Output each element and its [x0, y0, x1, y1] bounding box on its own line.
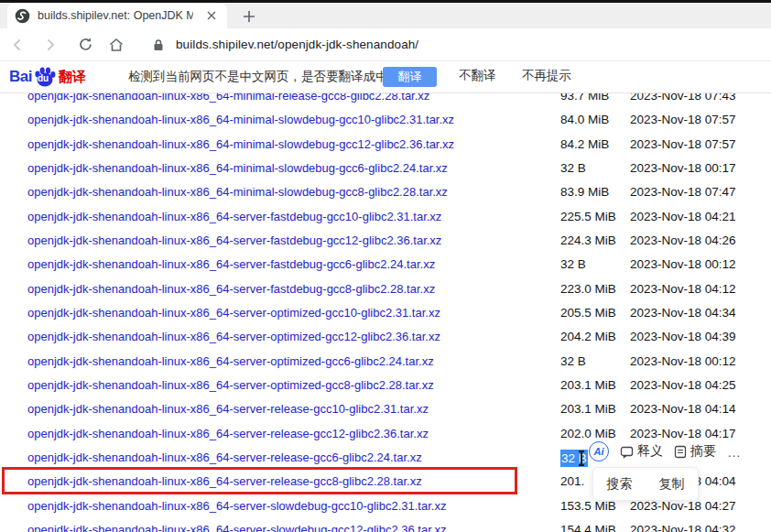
file-date: 2023-Nov-18 04:26	[630, 229, 736, 253]
file-link[interactable]: openjdk-jdk-shenandoah-linux-x86_64-mini…	[27, 133, 454, 157]
file-link[interactable]: openjdk-jdk-shenandoah-linux-x86_64-mini…	[27, 180, 448, 204]
tab-title: builds.shipilev.net: OpenJDK M	[38, 9, 193, 22]
file-size: 203.1 MiB	[560, 374, 616, 397]
define-menu-item[interactable]: 释义	[620, 443, 663, 460]
file-size: 32 B	[560, 253, 586, 277]
file-link[interactable]: openjdk-jdk-shenandoah-linux-x86_64-serv…	[27, 470, 422, 494]
file-link[interactable]: openjdk-jdk-shenandoah-linux-x86_64-serv…	[27, 229, 441, 253]
file-link[interactable]: openjdk-jdk-shenandoah-linux-x86_64-mini…	[27, 108, 454, 132]
listing-row: openjdk-jdk-shenandoah-linux-x86_64-serv…	[0, 374, 771, 397]
listing-row: openjdk-jdk-shenandoah-linux-x86_64-mini…	[0, 133, 771, 157]
file-date: 2023-Nov-18 00:17	[630, 157, 736, 180]
file-link[interactable]: openjdk-jdk-shenandoah-linux-x86_64-serv…	[27, 301, 440, 325]
summary-icon	[674, 445, 687, 459]
define-label: 释义	[637, 443, 663, 460]
selection-actions-popup: 搜索 复制	[592, 467, 699, 501]
file-size: 154.4 MiB	[560, 518, 616, 532]
file-link[interactable]: openjdk-jdk-shenandoah-linux-x86_64-mini…	[27, 157, 448, 180]
file-size: 204.2 MiB	[560, 325, 616, 349]
file-link[interactable]: openjdk-jdk-shenandoah-linux-x86_64-serv…	[27, 350, 434, 374]
file-size: 32 B	[560, 157, 586, 180]
file-date: 2023-Nov-18 04:32	[630, 518, 736, 532]
listing-row: openjdk-jdk-shenandoah-linux-x86_64-serv…	[0, 253, 771, 277]
file-date: 2023-Nov-18 00:12	[630, 350, 736, 374]
listing-row: openjdk-jdk-shenandoah-linux-x86_64-mini…	[0, 108, 771, 132]
site-favicon-icon	[15, 8, 30, 24]
search-button[interactable]: 搜索	[607, 476, 633, 493]
address-url[interactable]: builds.shipilev.net/openjdk-jdk-shenando…	[176, 38, 418, 51]
file-date: 2023-Nov-18 04:14	[630, 397, 736, 421]
summary-label: 摘要	[690, 443, 716, 460]
file-date: 2023-Nov-18 00:12	[630, 253, 736, 277]
baidu-translate-logo: Bai du 翻译	[9, 66, 86, 88]
file-date: 2023-Nov-18 04:34	[630, 301, 736, 325]
define-icon	[620, 445, 634, 459]
file-link[interactable]: openjdk-jdk-shenandoah-linux-x86_64-serv…	[27, 253, 435, 277]
translate-button[interactable]: 翻译	[383, 67, 437, 87]
file-link[interactable]: openjdk-jdk-shenandoah-linux-x86_64-serv…	[27, 422, 429, 446]
home-icon[interactable]	[106, 35, 126, 55]
file-size: 32 B	[560, 350, 586, 374]
dont-remind-button[interactable]: 不再提示	[522, 68, 571, 84]
text-cursor-icon	[578, 451, 585, 466]
file-size: 225.5 MiB	[560, 205, 616, 229]
file-date: 2023-Nov-18 07:57	[630, 108, 736, 132]
translate-prompt-message: 检测到当前网页不是中文网页，是否要翻译成中文？	[128, 69, 413, 85]
new-tab-button[interactable]	[238, 5, 260, 27]
file-link[interactable]: openjdk-jdk-shenandoah-linux-x86_64-serv…	[27, 397, 429, 421]
file-link[interactable]: openjdk-jdk-shenandoah-linux-x86_64-serv…	[27, 374, 434, 397]
listing-row: openjdk-jdk-shenandoah-linux-x86_64-serv…	[0, 301, 771, 325]
baidu-du-text: du	[38, 73, 49, 83]
file-link[interactable]: openjdk-jdk-shenandoah-linux-x86_64-serv…	[27, 325, 440, 349]
browser-tab[interactable]: builds.shipilev.net: OpenJDK M	[7, 3, 227, 28]
copy-button[interactable]: 复制	[659, 476, 685, 493]
file-size: 223.0 MiB	[560, 277, 616, 301]
listing-row: openjdk-jdk-shenandoah-linux-x86_64-serv…	[0, 277, 771, 301]
forward-icon[interactable]	[40, 35, 60, 55]
baidu-fanyi-text: 翻译	[59, 69, 86, 86]
file-size: 83.9 MiB	[560, 180, 609, 204]
file-size: 203.1 MiB	[560, 397, 616, 421]
baidu-logo-text: Bai	[9, 68, 32, 86]
more-options-icon[interactable]: …	[727, 444, 742, 460]
listing-row: openjdk-jdk-shenandoah-linux-x86_64-serv…	[0, 350, 771, 374]
listing-row: openjdk-jdk-shenandoah-linux-x86_64-serv…	[0, 325, 771, 349]
back-icon[interactable]	[7, 35, 27, 55]
browser-toolbar: builds.shipilev.net/openjdk-jdk-shenando…	[0, 28, 771, 60]
listing-row: openjdk-jdk-shenandoah-linux-x86_64-mini…	[0, 157, 771, 180]
refresh-icon[interactable]	[75, 35, 95, 55]
listing-row: openjdk-jdk-shenandoah-linux-x86_64-mini…	[0, 180, 771, 204]
tab-bar: builds.shipilev.net: OpenJDK M	[0, 3, 771, 28]
file-date: 2023-Nov-18 07:57	[630, 133, 736, 157]
listing-row: openjdk-jdk-shenandoah-linux-x86_64-serv…	[0, 205, 771, 229]
file-link[interactable]: openjdk-jdk-shenandoah-linux-x86_64-serv…	[27, 518, 446, 532]
file-size: 205.5 MiB	[560, 301, 616, 325]
file-date: 2023-Nov-18 04:12	[630, 277, 736, 301]
file-link[interactable]: openjdk-jdk-shenandoah-linux-x86_64-serv…	[27, 446, 422, 470]
lock-icon[interactable]	[148, 35, 168, 55]
file-size: 224.3 MiB	[560, 229, 616, 253]
file-link[interactable]: openjdk-jdk-shenandoah-linux-x86_64-serv…	[27, 277, 435, 301]
file-link[interactable]: openjdk-jdk-shenandoah-linux-x86_64-serv…	[27, 494, 446, 518]
summary-menu-item[interactable]: 摘要	[674, 443, 716, 460]
listing-row: openjdk-jdk-shenandoah-linux-x86_64-serv…	[0, 229, 771, 253]
baidu-translate-bar: Bai du 翻译 检测到当前网页不是中文网页，是否要翻译成中文？ 翻译 不翻译…	[0, 60, 771, 93]
file-size: 84.2 MiB	[560, 133, 609, 157]
ai-selection-toolbar: Ai 释义 摘要 …	[589, 440, 742, 463]
file-date: 2023-Nov-18 04:21	[630, 205, 736, 229]
tab-close-icon[interactable]	[203, 7, 220, 24]
file-size: 201.	[560, 470, 584, 494]
ai-badge-icon[interactable]: Ai	[589, 441, 609, 461]
file-date: 2023-Nov-18 04:25	[630, 374, 736, 397]
listing-row: openjdk-jdk-shenandoah-linux-x86_64-serv…	[0, 518, 771, 532]
file-size: 84.0 MiB	[560, 108, 609, 132]
file-date: 2023-Nov-18 04:39	[630, 325, 736, 349]
no-translate-button[interactable]: 不翻译	[459, 68, 496, 84]
baidu-paw-icon: du	[33, 66, 57, 88]
file-date: 2023-Nov-18 07:47	[630, 180, 736, 204]
file-link[interactable]: openjdk-jdk-shenandoah-linux-x86_64-serv…	[27, 205, 441, 229]
listing-row: openjdk-jdk-shenandoah-linux-x86_64-serv…	[0, 397, 771, 421]
